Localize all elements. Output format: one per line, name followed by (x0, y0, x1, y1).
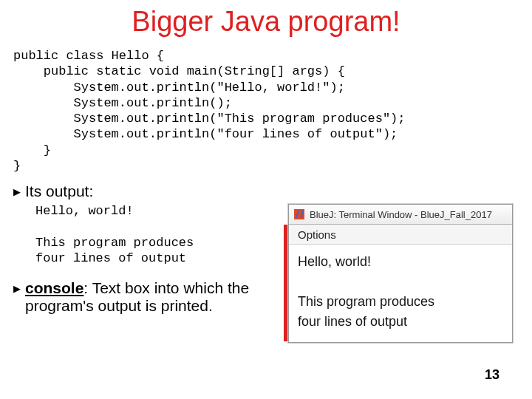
bullet-text-output: Its output: (25, 183, 93, 200)
bullet-text-console: console: Text box into which the program… (25, 279, 279, 315)
terminal-title: BlueJ: Terminal Window - BlueJ_Fall_2017 (310, 209, 492, 220)
bullet-console-def: ▶ console: Text box into which the progr… (13, 279, 279, 315)
term-console: console (25, 279, 83, 296)
slide-number: 13 (485, 367, 499, 383)
terminal-body: Hello, world! This program produces four… (289, 245, 512, 342)
bullet-its-output: ▶ Its output: (13, 183, 279, 200)
terminal-menubar: Options (289, 225, 512, 245)
code-sample: public class Hello { public static void … (13, 48, 532, 174)
bullet-icon: ▶ (13, 283, 21, 294)
bluej-icon (293, 208, 305, 220)
bullet-icon: ▶ (13, 186, 21, 197)
menu-options[interactable]: Options (298, 228, 336, 241)
terminal-titlebar: BlueJ: Terminal Window - BlueJ_Fall_2017 (289, 205, 512, 225)
slide-title: Bigger Java program! (0, 6, 532, 38)
program-output-text: Hello, world! This program produces four… (35, 203, 279, 266)
bluej-terminal-window: BlueJ: Terminal Window - BlueJ_Fall_2017… (288, 204, 513, 343)
